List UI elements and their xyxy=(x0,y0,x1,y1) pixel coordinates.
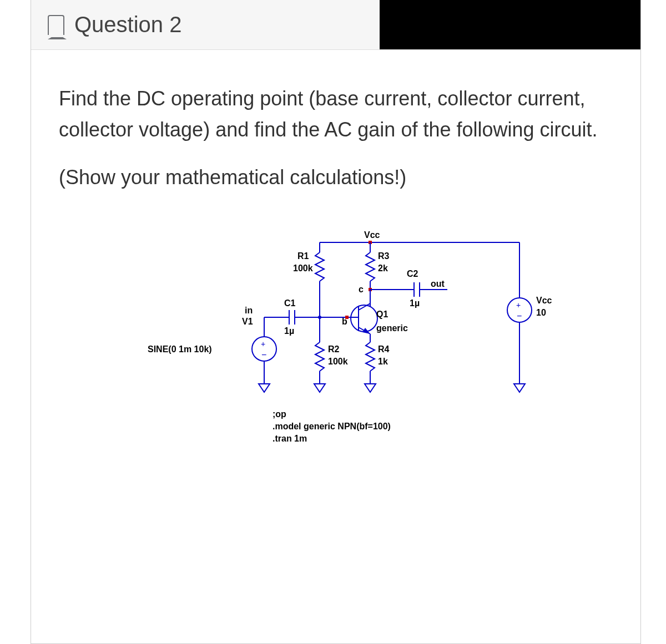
q1-model: generic xyxy=(376,323,408,333)
circuit-svg: Vcc R1 100k R3 2k c xyxy=(137,226,581,459)
svg-marker-43 xyxy=(514,384,525,392)
svg-text:−: − xyxy=(261,350,266,359)
ground-icon xyxy=(514,384,525,392)
q1-name: Q1 xyxy=(376,310,388,319)
svg-text:−: − xyxy=(517,311,522,321)
c1-val: 1µ xyxy=(284,326,294,336)
svg-text:+: + xyxy=(261,339,265,348)
c-net: c xyxy=(359,285,364,294)
vcc-net-label: Vcc xyxy=(364,230,380,240)
r1-name: R1 xyxy=(297,251,309,261)
r1-val: 100k xyxy=(293,263,313,273)
dir-op: ;op xyxy=(273,409,286,419)
svg-marker-41 xyxy=(314,384,325,392)
ground-icon xyxy=(314,384,325,392)
question-paragraph-2: (Show your mathematical calculations!) xyxy=(59,162,613,193)
dir-tran: .tran 1m xyxy=(273,434,307,443)
svg-text:+: + xyxy=(516,301,521,310)
svg-point-18 xyxy=(351,305,377,332)
question-header: Question 2 xyxy=(31,0,640,50)
ground-icon xyxy=(259,384,270,392)
c1-name: C1 xyxy=(284,298,296,308)
r2-name: R2 xyxy=(328,344,340,354)
ground-icon xyxy=(365,384,376,392)
r3-name: R3 xyxy=(378,251,390,261)
in-net: in xyxy=(245,306,253,315)
question-title: Question 2 xyxy=(74,12,181,37)
bookmark-icon xyxy=(48,15,64,35)
circuit-diagram: Vcc R1 100k R3 2k c xyxy=(59,226,613,461)
r3-val: 2k xyxy=(378,263,388,273)
svg-marker-40 xyxy=(259,384,270,392)
question-paragraph-1: Find the DC operating point (base curren… xyxy=(59,83,613,145)
r4-name: R4 xyxy=(378,344,390,354)
out-net: out xyxy=(431,279,445,288)
c2-val: 1µ xyxy=(410,298,420,308)
dir-model: .model generic NPN(bf=100) xyxy=(273,422,391,431)
svg-line-14 xyxy=(359,303,370,310)
vcc-src-val: 10 xyxy=(536,308,546,317)
redaction-box xyxy=(380,0,640,49)
v1-name: V1 xyxy=(242,317,253,326)
svg-marker-42 xyxy=(365,384,376,392)
r4-val: 1k xyxy=(378,357,388,366)
question-body: Find the DC operating point (base curren… xyxy=(31,50,640,478)
v1-sine: SINE(0 1m 10k) xyxy=(148,344,212,354)
question-container: Question 2 Find the DC operating point (… xyxy=(31,0,641,644)
vcc-src-name: Vcc xyxy=(536,296,552,305)
c2-name: C2 xyxy=(407,269,418,278)
r2-val: 100k xyxy=(328,357,348,366)
b-net: b xyxy=(342,317,347,326)
